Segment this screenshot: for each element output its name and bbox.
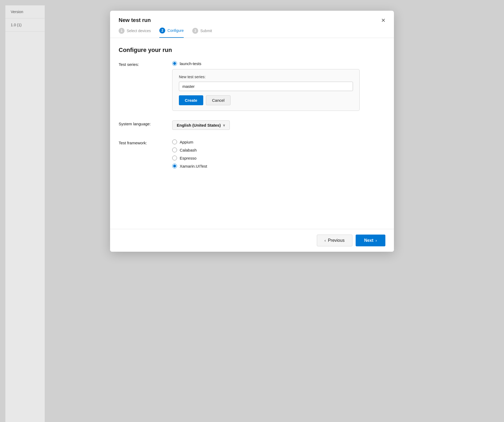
new-series-box: New test series: Create Cancel <box>172 69 360 111</box>
close-icon: ✕ <box>381 17 386 24</box>
step-2-number: 2 <box>159 28 165 33</box>
modal-title: New test run <box>119 17 385 23</box>
section-title: Configure your run <box>119 47 385 54</box>
modal-dialog: New test run ✕ 1 Select devices 2 <box>110 11 394 252</box>
step-3-number: 3 <box>192 28 198 34</box>
language-value: English (United States) <box>177 123 221 127</box>
appium-option[interactable]: Appium <box>172 140 385 144</box>
appium-radio[interactable] <box>172 140 177 144</box>
calabash-radio[interactable] <box>172 148 177 152</box>
step-3-label: Submit <box>200 29 212 33</box>
test-framework-control: Appium Calabash Espresso Xamarin.UI <box>172 140 385 172</box>
test-framework-row: Test framework: Appium Calabash Espre <box>119 140 385 172</box>
test-series-control: launch-tests New test series: Create Can… <box>172 61 385 111</box>
new-series-label: New test series: <box>179 75 353 79</box>
new-series-actions: Create Cancel <box>179 95 353 105</box>
test-series-label: Test series: <box>119 61 172 67</box>
calabash-label[interactable]: Calabash <box>180 148 197 152</box>
test-series-row: Test series: launch-tests New test serie… <box>119 61 385 111</box>
new-series-input[interactable] <box>179 82 353 91</box>
espresso-option[interactable]: Espresso <box>172 156 385 160</box>
close-button[interactable]: ✕ <box>379 16 388 25</box>
system-language-row: System language: English (United States)… <box>119 120 385 130</box>
language-dropdown[interactable]: English (United States) ∨ <box>172 120 230 130</box>
next-button[interactable]: Next › <box>356 235 385 246</box>
launch-tests-label[interactable]: launch-tests <box>180 61 201 66</box>
chevron-left-icon: ‹ <box>325 238 326 243</box>
system-language-control: English (United States) ∨ <box>172 120 385 130</box>
page-wrapper: Version 1.0 (1) New test run ✕ 1 Select <box>5 5 499 422</box>
chevron-right-icon: › <box>375 238 377 243</box>
modal-body: Configure your run Test series: launch-t… <box>110 38 394 229</box>
step-navigation: 1 Select devices 2 Configure 3 <box>119 28 385 38</box>
calabash-option[interactable]: Calabash <box>172 148 385 152</box>
xamarin-label[interactable]: Xamarin.UITest <box>180 164 207 168</box>
step-1-number: 1 <box>119 28 125 34</box>
step-submit[interactable]: 3 Submit <box>192 28 212 37</box>
espresso-label[interactable]: Espresso <box>180 156 197 160</box>
xamarin-option[interactable]: Xamarin.UITest <box>172 164 385 168</box>
modal-header: New test run ✕ 1 Select devices 2 <box>110 11 394 38</box>
next-label: Next <box>364 238 374 243</box>
modal-footer: ‹ Previous Next › <box>110 229 394 252</box>
test-series-radio-option[interactable]: launch-tests <box>172 61 385 66</box>
previous-label: Previous <box>328 238 344 243</box>
modal-overlay: New test run ✕ 1 Select devices 2 <box>5 5 499 422</box>
step-configure[interactable]: 2 Configure <box>159 28 184 38</box>
create-button[interactable]: Create <box>179 95 203 105</box>
chevron-down-icon: ∨ <box>223 123 225 127</box>
appium-label[interactable]: Appium <box>180 140 193 144</box>
cancel-button[interactable]: Cancel <box>206 95 231 105</box>
previous-button[interactable]: ‹ Previous <box>317 235 352 246</box>
system-language-label: System language: <box>119 120 172 126</box>
test-framework-label: Test framework: <box>119 140 172 145</box>
test-series-radio[interactable] <box>172 61 177 66</box>
step-select-devices[interactable]: 1 Select devices <box>119 28 151 37</box>
xamarin-radio[interactable] <box>172 164 177 168</box>
espresso-radio[interactable] <box>172 156 177 160</box>
step-2-label: Configure <box>167 28 184 33</box>
step-1-label: Select devices <box>127 29 151 33</box>
